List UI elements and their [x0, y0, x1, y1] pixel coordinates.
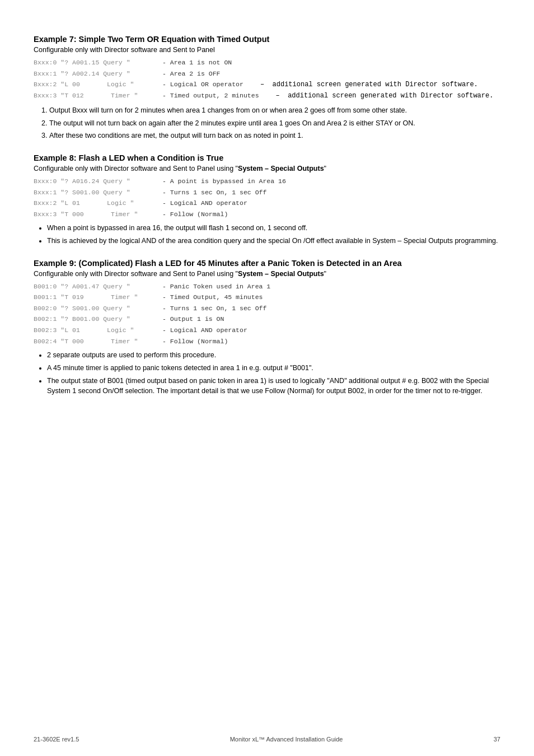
code-left-e8-0: Bxxx:0 "? A016.24 Query ": [34, 176, 162, 187]
code-right-e9-5: - Follow (Normal): [162, 336, 228, 347]
example9-heading: Example 9: (Complicated) Flash a LED for…: [34, 259, 500, 268]
example8-subtitle: Configurable only with Director software…: [34, 165, 500, 172]
footer: 21-3602E rev1.5 Monitor xL™ Advanced Ins…: [0, 736, 534, 743]
footer-left: 21-3602E rev1.5: [34, 736, 79, 743]
code-right-e9-0: - Panic Token used in Area 1: [162, 281, 270, 292]
example7-subtitle: Configurable only with Director software…: [34, 46, 500, 54]
list-item: The output state of B001 (timed output b…: [47, 376, 500, 397]
list-item: The output will not turn back on again a…: [49, 118, 500, 129]
list-item: When a point is bypassed in area 16, the…: [47, 223, 500, 234]
list-item: After these two conditions are met, the …: [49, 130, 500, 141]
footer-right: 37: [494, 736, 500, 743]
list-item: 2 separate outputs are used to perform t…: [47, 350, 500, 361]
code-right-e7-2: - Logical OR operator: [162, 79, 243, 90]
example8-subtitle-post: ": [324, 165, 326, 172]
example9-subtitle-post: ": [324, 270, 326, 278]
code-left-e7-1: Bxxx:1 "? A002.14 Query ": [34, 68, 162, 80]
example7-list: Output Bxxx will turn on for 2 minutes w…: [49, 105, 500, 141]
example9-subtitle: Configurable only with Director software…: [34, 270, 500, 278]
code-left-e7-3: Bxxx:3 "T 012 Timer ": [34, 90, 162, 101]
example9-code: B001:0 "? A001.47 Query " - Panic Token …: [34, 281, 500, 347]
code-right-e9-2: - Turns 1 sec On, 1 sec Off: [162, 303, 266, 314]
list-item: Output Bxxx will turn on for 2 minutes w…: [49, 105, 500, 116]
footer-center: Monitor xL™ Advanced Installation Guide: [230, 736, 343, 743]
example8-heading: Example 8: Flash a LED when a Condition …: [34, 153, 500, 162]
example8-code: Bxxx:0 "? A016.24 Query " - A point is b…: [34, 176, 500, 220]
code-left-e8-2: Bxxx:2 "L 01 Logic ": [34, 198, 162, 209]
code-right-e8-0: - A point is bypassed in Area 16: [162, 176, 286, 187]
code-left-e9-3: B002:1 "? B001.00 Query ": [34, 314, 162, 325]
list-item: This is achieved by the logical AND of t…: [47, 236, 500, 246]
code-right-e9-1: - Timed Output, 45 minutes: [162, 292, 263, 303]
code-left-e9-0: B001:0 "? A001.47 Query ": [34, 281, 162, 292]
list-item: A 45 minute timer is applied to panic to…: [47, 363, 500, 374]
code-right-e8-2: - Logical AND operator: [162, 198, 247, 209]
example8-subtitle-pre: Configurable only with Director software…: [34, 165, 238, 172]
example7-code: Bxxx:0 "? A001.15 Query " - Area 1 is no…: [34, 57, 500, 102]
code-left-e9-4: B002:3 "L 01 Logic ": [34, 325, 162, 336]
code-left-e9-2: B002:0 "? S001.00 Query ": [34, 303, 162, 314]
example9-subtitle-pre: Configurable only with Director software…: [34, 270, 238, 278]
code-right-e7-3: - Timed output, 2 minutes: [162, 90, 259, 101]
code-right-e9-3: - Output 1 is ON: [162, 314, 224, 325]
code-left-e8-3: Bxxx:3 "T 000 Timer ": [34, 209, 162, 220]
code-left-e9-1: B001:1 "T 019 Timer ": [34, 292, 162, 303]
code-right-e8-1: - Turns 1 sec On, 1 sec Off: [162, 187, 266, 198]
example9-subtitle-bold: System – Special Outputs: [238, 270, 324, 278]
example9-list: 2 separate outputs are used to perform t…: [47, 350, 500, 396]
example7-heading: Example 7: Simple Two Term OR Equation w…: [34, 35, 500, 44]
code-left-e9-5: B002:4 "T 000 Timer ": [34, 336, 162, 347]
note-e7-2: – additional screen generated with Direc…: [260, 79, 478, 90]
code-left-e8-1: Bxxx:1 "? S001.00 Query ": [34, 187, 162, 198]
code-right-e8-3: - Follow (Normal): [162, 209, 228, 220]
example8-subtitle-bold: System – Special Outputs: [238, 165, 324, 172]
code-left-e7-2: Bxxx:2 "L 00 Logic ": [34, 79, 162, 90]
code-right-e9-4: - Logical AND operator: [162, 325, 247, 336]
code-left-e7-0: Bxxx:0 "? A001.15 Query ": [34, 57, 162, 68]
note-e7-3: – additional screen generated with Direc…: [276, 90, 494, 101]
code-right-e7-0: - Area 1 is not ON: [162, 57, 232, 68]
example8-list: When a point is bypassed in area 16, the…: [47, 223, 500, 246]
code-right-e7-1: - Area 2 is OFF: [162, 68, 221, 80]
